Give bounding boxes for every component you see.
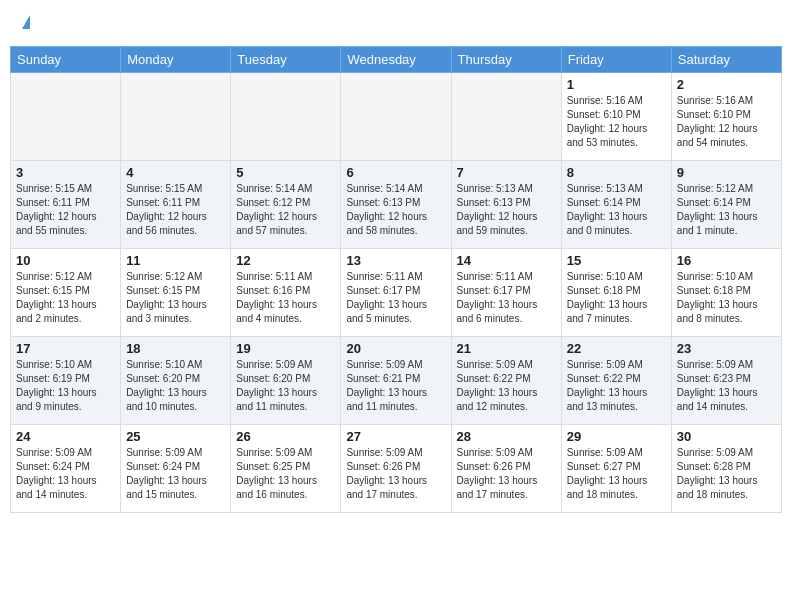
daylight-label: Daylight: 13 hours and 10 minutes. (126, 387, 207, 412)
calendar-cell: 6Sunrise: 5:14 AMSunset: 6:13 PMDaylight… (341, 161, 451, 249)
day-info: Sunrise: 5:10 AMSunset: 6:20 PMDaylight:… (126, 358, 225, 414)
sunrise-label: Sunrise: 5:10 AM (677, 271, 753, 282)
day-number: 22 (567, 341, 666, 356)
calendar-week-row: 1Sunrise: 5:16 AMSunset: 6:10 PMDaylight… (11, 73, 782, 161)
day-info: Sunrise: 5:10 AMSunset: 6:18 PMDaylight:… (677, 270, 776, 326)
calendar-cell: 14Sunrise: 5:11 AMSunset: 6:17 PMDayligh… (451, 249, 561, 337)
sunrise-label: Sunrise: 5:15 AM (126, 183, 202, 194)
sunset-label: Sunset: 6:18 PM (677, 285, 751, 296)
day-number: 4 (126, 165, 225, 180)
day-info: Sunrise: 5:12 AMSunset: 6:15 PMDaylight:… (126, 270, 225, 326)
sunset-label: Sunset: 6:22 PM (457, 373, 531, 384)
day-number: 29 (567, 429, 666, 444)
day-number: 2 (677, 77, 776, 92)
calendar-cell: 15Sunrise: 5:10 AMSunset: 6:18 PMDayligh… (561, 249, 671, 337)
daylight-label: Daylight: 13 hours and 1 minute. (677, 211, 758, 236)
daylight-label: Daylight: 13 hours and 7 minutes. (567, 299, 648, 324)
sunrise-label: Sunrise: 5:16 AM (567, 95, 643, 106)
sunset-label: Sunset: 6:10 PM (567, 109, 641, 120)
day-number: 27 (346, 429, 445, 444)
sunset-label: Sunset: 6:27 PM (567, 461, 641, 472)
sunset-label: Sunset: 6:10 PM (677, 109, 751, 120)
day-number: 3 (16, 165, 115, 180)
sunrise-label: Sunrise: 5:09 AM (126, 447, 202, 458)
day-info: Sunrise: 5:14 AMSunset: 6:12 PMDaylight:… (236, 182, 335, 238)
sunset-label: Sunset: 6:17 PM (346, 285, 420, 296)
daylight-label: Daylight: 12 hours and 58 minutes. (346, 211, 427, 236)
day-number: 20 (346, 341, 445, 356)
daylight-label: Daylight: 13 hours and 8 minutes. (677, 299, 758, 324)
calendar-cell: 7Sunrise: 5:13 AMSunset: 6:13 PMDaylight… (451, 161, 561, 249)
day-number: 16 (677, 253, 776, 268)
day-info: Sunrise: 5:09 AMSunset: 6:27 PMDaylight:… (567, 446, 666, 502)
daylight-label: Daylight: 12 hours and 55 minutes. (16, 211, 97, 236)
day-info: Sunrise: 5:16 AMSunset: 6:10 PMDaylight:… (677, 94, 776, 150)
calendar-cell (341, 73, 451, 161)
calendar-cell: 12Sunrise: 5:11 AMSunset: 6:16 PMDayligh… (231, 249, 341, 337)
calendar-cell: 27Sunrise: 5:09 AMSunset: 6:26 PMDayligh… (341, 425, 451, 513)
day-info: Sunrise: 5:12 AMSunset: 6:15 PMDaylight:… (16, 270, 115, 326)
day-number: 6 (346, 165, 445, 180)
sunrise-label: Sunrise: 5:11 AM (236, 271, 312, 282)
day-number: 25 (126, 429, 225, 444)
sunset-label: Sunset: 6:23 PM (677, 373, 751, 384)
sunrise-label: Sunrise: 5:12 AM (677, 183, 753, 194)
calendar-week-row: 24Sunrise: 5:09 AMSunset: 6:24 PMDayligh… (11, 425, 782, 513)
day-number: 23 (677, 341, 776, 356)
sunrise-label: Sunrise: 5:10 AM (126, 359, 202, 370)
sunset-label: Sunset: 6:19 PM (16, 373, 90, 384)
daylight-label: Daylight: 13 hours and 18 minutes. (677, 475, 758, 500)
calendar-header-row: SundayMondayTuesdayWednesdayThursdayFrid… (11, 47, 782, 73)
day-info: Sunrise: 5:09 AMSunset: 6:24 PMDaylight:… (126, 446, 225, 502)
daylight-label: Daylight: 13 hours and 11 minutes. (346, 387, 427, 412)
calendar-cell: 20Sunrise: 5:09 AMSunset: 6:21 PMDayligh… (341, 337, 451, 425)
sunset-label: Sunset: 6:24 PM (16, 461, 90, 472)
sunrise-label: Sunrise: 5:16 AM (677, 95, 753, 106)
sunset-label: Sunset: 6:13 PM (457, 197, 531, 208)
sunset-label: Sunset: 6:28 PM (677, 461, 751, 472)
calendar-cell: 13Sunrise: 5:11 AMSunset: 6:17 PMDayligh… (341, 249, 451, 337)
calendar-week-row: 10Sunrise: 5:12 AMSunset: 6:15 PMDayligh… (11, 249, 782, 337)
day-info: Sunrise: 5:11 AMSunset: 6:16 PMDaylight:… (236, 270, 335, 326)
daylight-label: Daylight: 13 hours and 3 minutes. (126, 299, 207, 324)
day-number: 19 (236, 341, 335, 356)
daylight-label: Daylight: 12 hours and 56 minutes. (126, 211, 207, 236)
sunrise-label: Sunrise: 5:12 AM (126, 271, 202, 282)
calendar-week-row: 17Sunrise: 5:10 AMSunset: 6:19 PMDayligh… (11, 337, 782, 425)
calendar-cell: 21Sunrise: 5:09 AMSunset: 6:22 PMDayligh… (451, 337, 561, 425)
sunrise-label: Sunrise: 5:14 AM (346, 183, 422, 194)
sunrise-label: Sunrise: 5:10 AM (567, 271, 643, 282)
sunrise-label: Sunrise: 5:13 AM (457, 183, 533, 194)
day-info: Sunrise: 5:09 AMSunset: 6:23 PMDaylight:… (677, 358, 776, 414)
day-header-thursday: Thursday (451, 47, 561, 73)
daylight-label: Daylight: 13 hours and 17 minutes. (457, 475, 538, 500)
day-number: 8 (567, 165, 666, 180)
day-number: 18 (126, 341, 225, 356)
sunset-label: Sunset: 6:15 PM (16, 285, 90, 296)
sunrise-label: Sunrise: 5:12 AM (16, 271, 92, 282)
day-header-monday: Monday (121, 47, 231, 73)
day-header-tuesday: Tuesday (231, 47, 341, 73)
sunrise-label: Sunrise: 5:09 AM (567, 447, 643, 458)
day-header-friday: Friday (561, 47, 671, 73)
day-number: 7 (457, 165, 556, 180)
day-number: 17 (16, 341, 115, 356)
sunrise-label: Sunrise: 5:09 AM (677, 447, 753, 458)
day-number: 24 (16, 429, 115, 444)
sunset-label: Sunset: 6:24 PM (126, 461, 200, 472)
calendar-cell: 26Sunrise: 5:09 AMSunset: 6:25 PMDayligh… (231, 425, 341, 513)
daylight-label: Daylight: 13 hours and 14 minutes. (16, 475, 97, 500)
daylight-label: Daylight: 12 hours and 54 minutes. (677, 123, 758, 148)
day-number: 26 (236, 429, 335, 444)
daylight-label: Daylight: 13 hours and 12 minutes. (457, 387, 538, 412)
day-info: Sunrise: 5:09 AMSunset: 6:28 PMDaylight:… (677, 446, 776, 502)
calendar-week-row: 3Sunrise: 5:15 AMSunset: 6:11 PMDaylight… (11, 161, 782, 249)
calendar-cell: 16Sunrise: 5:10 AMSunset: 6:18 PMDayligh… (671, 249, 781, 337)
daylight-label: Daylight: 13 hours and 5 minutes. (346, 299, 427, 324)
calendar-cell: 8Sunrise: 5:13 AMSunset: 6:14 PMDaylight… (561, 161, 671, 249)
calendar-cell (121, 73, 231, 161)
day-info: Sunrise: 5:09 AMSunset: 6:26 PMDaylight:… (346, 446, 445, 502)
calendar-cell: 24Sunrise: 5:09 AMSunset: 6:24 PMDayligh… (11, 425, 121, 513)
daylight-label: Daylight: 13 hours and 4 minutes. (236, 299, 317, 324)
day-number: 14 (457, 253, 556, 268)
